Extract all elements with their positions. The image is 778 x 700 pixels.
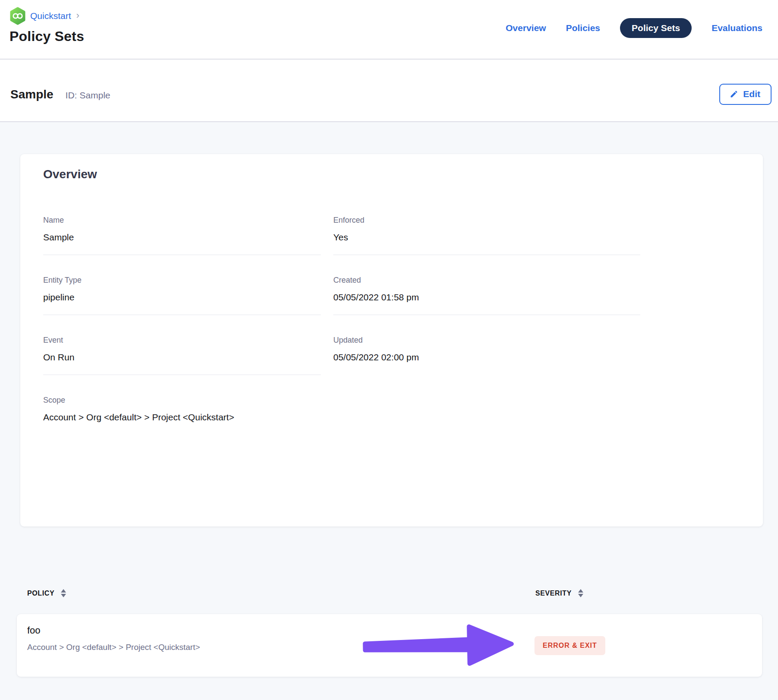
field-label: Created: [333, 276, 640, 285]
policy-name: foo: [27, 625, 534, 636]
tab-evaluations[interactable]: Evaluations: [712, 23, 762, 33]
page-title: Policy Sets: [9, 28, 84, 44]
field-value: 05/05/2022 01:58 pm: [333, 292, 640, 303]
severity-badge: ERROR & EXIT: [534, 636, 605, 655]
chevron-right-icon: ›: [76, 10, 79, 21]
edit-button[interactable]: Edit: [719, 84, 772, 105]
table-row-policy-foo[interactable]: foo Account > Org <default> > Project <Q…: [17, 614, 762, 677]
policy-cell: foo Account > Org <default> > Project <Q…: [27, 614, 534, 677]
field-updated: Updated 05/05/2022 02:00 pm: [333, 336, 640, 375]
breadcrumb-title-block: Quickstart › Policy Sets: [9, 7, 84, 44]
module-nav: Overview Policies Policy Sets Evaluation…: [506, 18, 762, 38]
field-entity-type: Entity Type pipeline: [43, 276, 321, 315]
field-label: Updated: [333, 336, 640, 345]
field-event: Event On Run: [43, 336, 321, 375]
field-enforced: Enforced Yes: [333, 216, 640, 255]
overview-right-column: Enforced Yes Created 05/05/2022 01:58 pm…: [333, 216, 640, 395]
project-pipeline-icon: [9, 7, 26, 25]
edit-button-label: Edit: [743, 89, 760, 99]
entity-title-wrap: Sample ID: Sample: [10, 88, 110, 101]
field-value: 05/05/2022 02:00 pm: [333, 352, 640, 363]
overview-left-column: Name Sample Entity Type pipeline Event O…: [43, 216, 321, 455]
field-label: Entity Type: [43, 276, 321, 285]
field-value: Yes: [333, 232, 640, 243]
column-header-severity[interactable]: SEVERITY: [535, 589, 762, 597]
field-label: Scope: [43, 396, 321, 405]
overview-card-title: Overview: [43, 167, 763, 181]
entity-subheader: Sample ID: Sample Edit: [0, 60, 778, 122]
breadcrumb: Quickstart ›: [9, 7, 84, 25]
content-area: Overview Name Sample Entity Type pipelin…: [0, 122, 778, 699]
overview-fields-grid: Name Sample Entity Type pipeline Event O…: [43, 216, 640, 455]
column-header-label: POLICY: [27, 590, 54, 597]
column-header-policy[interactable]: POLICY: [27, 589, 535, 597]
sort-icon[interactable]: [61, 589, 66, 597]
policy-set-id: ID: Sample: [66, 90, 111, 101]
field-value: Account > Org <default> > Project <Quick…: [43, 412, 321, 423]
field-label: Event: [43, 336, 321, 345]
tab-policies[interactable]: Policies: [566, 23, 600, 33]
field-name: Name Sample: [43, 216, 321, 255]
field-value: On Run: [43, 352, 321, 363]
field-value: Sample: [43, 232, 321, 243]
policy-scope: Account > Org <default> > Project <Quick…: [27, 643, 534, 652]
field-label: Enforced: [333, 216, 640, 225]
field-value: pipeline: [43, 292, 321, 303]
pencil-icon: [730, 90, 738, 98]
field-created: Created 05/05/2022 01:58 pm: [333, 276, 640, 315]
sort-icon[interactable]: [578, 589, 583, 597]
tab-overview[interactable]: Overview: [506, 23, 546, 33]
field-scope: Scope Account > Org <default> > Project …: [43, 396, 321, 435]
tab-policy-sets-active[interactable]: Policy Sets: [620, 18, 692, 38]
policy-set-name: Sample: [10, 88, 54, 101]
top-header: Quickstart › Policy Sets Overview Polici…: [0, 0, 778, 60]
breadcrumb-project-link[interactable]: Quickstart: [30, 11, 71, 21]
policies-table-header: POLICY SEVERITY: [27, 589, 762, 597]
overview-card: Overview Name Sample Entity Type pipelin…: [20, 154, 763, 527]
severity-cell: ERROR & EXIT: [534, 614, 762, 677]
field-label: Name: [43, 216, 321, 225]
column-header-label: SEVERITY: [535, 590, 572, 597]
